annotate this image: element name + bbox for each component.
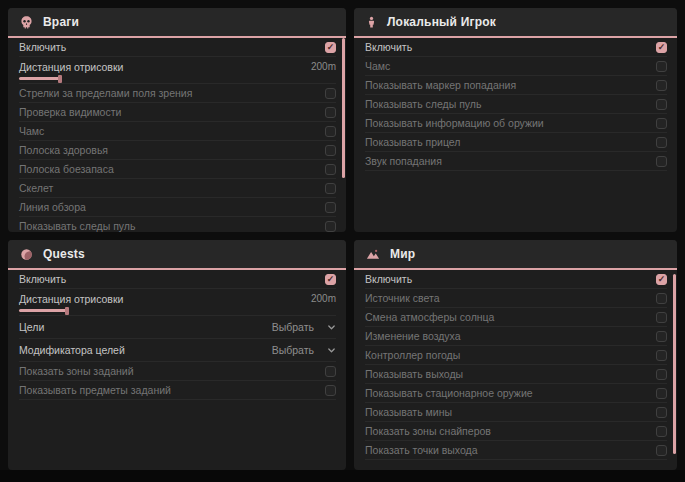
panel-header[interactable]: Мир <box>354 240 677 270</box>
checkbox[interactable]: ✓ <box>325 42 336 53</box>
dropdown-value: Выбрать <box>272 344 314 356</box>
checkbox-row[interactable]: Смена атмосферы солнца <box>365 308 667 327</box>
checkbox[interactable]: ✓ <box>656 42 667 53</box>
settings-list: Включить✓Источник светаСмена атмосферы с… <box>354 270 677 460</box>
checkbox-row[interactable]: Стрелки за пределами поля зрения <box>19 84 336 103</box>
setting-label: Показать зоны снайперов <box>365 425 491 437</box>
checkbox-row[interactable]: Контроллер погоды <box>365 346 667 365</box>
mountains-icon <box>365 247 381 262</box>
setting-label: Смена атмосферы солнца <box>365 311 494 323</box>
checkbox-row[interactable]: Показывать информацию об оружии <box>365 114 667 133</box>
setting-label: Звук попадания <box>365 155 442 167</box>
checkbox[interactable] <box>656 407 667 418</box>
chevron-down-icon <box>327 323 336 332</box>
checkbox-row[interactable]: Показывать выходы <box>365 365 667 384</box>
checkbox-row[interactable]: Линия обзора <box>19 198 336 217</box>
setting-label: Показывать выходы <box>365 368 463 380</box>
slider-handle[interactable] <box>58 75 62 83</box>
checkbox[interactable]: ✓ <box>656 274 667 285</box>
dropdown[interactable]: Выбрать <box>272 344 336 356</box>
checkbox[interactable] <box>656 80 667 91</box>
checkbox-row[interactable]: Скелет <box>19 179 336 198</box>
settings-list: Включить✓Дистанция отрисовки200mЦелиВыбр… <box>8 270 346 400</box>
checkbox[interactable] <box>325 88 336 99</box>
checkbox[interactable] <box>656 118 667 129</box>
checkbox-row[interactable]: Показывать прицел <box>365 133 667 152</box>
checkbox[interactable] <box>325 202 336 213</box>
checkbox[interactable] <box>656 156 667 167</box>
checkbox-row[interactable]: Показывать стационарное оружие <box>365 384 667 403</box>
checkbox-row[interactable]: Включить✓ <box>19 38 336 57</box>
settings-grid: ВрагиВключить✓Дистанция отрисовки200mСтр… <box>0 0 685 470</box>
scrollbar[interactable] <box>673 274 676 454</box>
setting-label: Линия обзора <box>19 201 86 213</box>
panel-title: Quests <box>43 247 85 261</box>
checkbox[interactable] <box>325 221 336 232</box>
checkbox[interactable] <box>656 99 667 110</box>
checkbox-row[interactable]: Проверка видимости <box>19 103 336 122</box>
settings-list: Включить✓Дистанция отрисовки200mСтрелки … <box>8 38 346 232</box>
panel-quests: QuestsВключить✓Дистанция отрисовки200mЦе… <box>8 240 346 470</box>
panel-header[interactable]: Враги <box>8 8 346 38</box>
checkbox[interactable] <box>656 312 667 323</box>
checkbox[interactable] <box>656 137 667 148</box>
checkbox[interactable] <box>656 369 667 380</box>
setting-label: Показывать следы пуль <box>365 98 481 110</box>
setting-label: Дистанция отрисовки <box>19 61 123 73</box>
checkbox-row[interactable]: Включить✓ <box>19 270 336 289</box>
checkbox-row[interactable]: Включить✓ <box>365 38 667 57</box>
checkbox-row[interactable]: Показывать мины <box>365 403 667 422</box>
checkbox[interactable] <box>325 164 336 175</box>
checkbox[interactable] <box>325 145 336 156</box>
checkbox[interactable] <box>325 126 336 137</box>
checkbox[interactable] <box>325 183 336 194</box>
checkbox[interactable] <box>325 107 336 118</box>
setting-label: Проверка видимости <box>19 106 121 118</box>
setting-label: Чамс <box>19 125 44 137</box>
setting-label: Полоска боезапаса <box>19 163 114 175</box>
panel-header[interactable]: Локальный Игрок <box>354 8 677 38</box>
checkbox[interactable]: ✓ <box>325 274 336 285</box>
checkbox-row[interactable]: Полоска здоровья <box>19 141 336 160</box>
checkbox-row[interactable]: Полоска боезапаса <box>19 160 336 179</box>
checkbox-row[interactable]: Показать зоны снайперов <box>365 422 667 441</box>
checkbox-row[interactable]: Показывать предметы заданий <box>19 381 336 400</box>
setting-label: Показать зоны заданий <box>19 365 134 377</box>
checkbox[interactable] <box>656 350 667 361</box>
checkbox[interactable] <box>656 388 667 399</box>
checkbox-row[interactable]: Изменение воздуха <box>365 327 667 346</box>
checkbox-row[interactable]: Показывать маркер попадания <box>365 76 667 95</box>
dropdown[interactable]: Выбрать <box>272 321 336 333</box>
checkbox[interactable] <box>656 293 667 304</box>
checkbox-row[interactable]: Показать зоны заданий <box>19 362 336 381</box>
distance-slider[interactable] <box>19 74 336 83</box>
setting-label: Стрелки за пределами поля зрения <box>19 87 192 99</box>
checkbox-row[interactable]: Источник света <box>365 289 667 308</box>
dropdown-row: ЦелиВыбрать <box>19 316 336 339</box>
panel-header[interactable]: Quests <box>8 240 346 270</box>
checkbox-row[interactable]: Включить✓ <box>365 270 667 289</box>
checkbox-row[interactable]: Звук попадания <box>365 152 667 171</box>
checkbox-row[interactable]: Показывать следы пуль <box>19 217 336 232</box>
checkbox[interactable] <box>656 426 667 437</box>
setting-label: Чамс <box>365 60 390 72</box>
dropdown-row: Модификатора целейВыбрать <box>19 339 336 362</box>
setting-label: Показывать следы пуль <box>19 220 135 232</box>
setting-label: Полоска здоровья <box>19 144 108 156</box>
checkbox[interactable] <box>656 61 667 72</box>
setting-label: Контроллер погоды <box>365 349 460 361</box>
checkbox[interactable] <box>325 366 336 377</box>
checkbox[interactable] <box>656 445 667 456</box>
checkbox-row[interactable]: Чамс <box>365 57 667 76</box>
panel-title: Мир <box>390 247 415 261</box>
dropdown-value: Выбрать <box>272 321 314 333</box>
checkbox-row[interactable]: Показывать следы пуль <box>365 95 667 114</box>
checkbox[interactable] <box>325 385 336 396</box>
checkbox-row[interactable]: Чамс <box>19 122 336 141</box>
checkbox[interactable] <box>656 331 667 342</box>
distance-slider[interactable] <box>19 306 336 315</box>
slider-handle[interactable] <box>65 307 69 315</box>
scrollbar[interactable] <box>342 38 345 178</box>
slider-fill <box>19 309 67 312</box>
checkbox-row[interactable]: Показать точки выхода <box>365 441 667 460</box>
